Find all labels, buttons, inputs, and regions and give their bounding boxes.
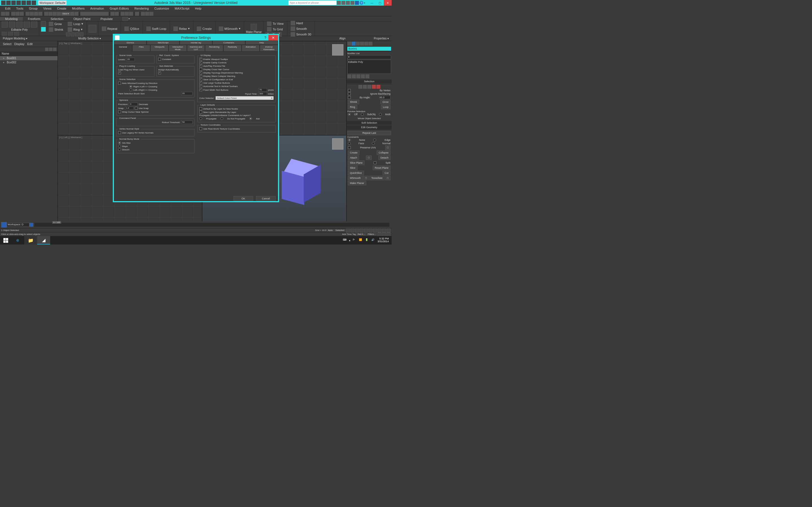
- ignore-backfacing-check[interactable]: [348, 93, 351, 95]
- dialog-close-button[interactable]: ✕: [268, 35, 278, 41]
- preview-off-radio[interactable]: [348, 113, 351, 116]
- make-planar-icon[interactable]: [251, 24, 257, 30]
- smooth30-button[interactable]: Smooth 30: [289, 32, 313, 37]
- zoom-icon[interactable]: [373, 228, 377, 232]
- assign-auto-check[interactable]: [158, 71, 161, 74]
- to-view-button[interactable]: To View: [265, 21, 285, 26]
- remove-mod-icon[interactable]: [361, 74, 365, 78]
- ribbon-tab-objectpaint[interactable]: Object Paint: [68, 17, 96, 20]
- exchange-icon[interactable]: [355, 1, 359, 5]
- new-icon[interactable]: [6, 1, 11, 5]
- menu-create[interactable]: Create: [54, 7, 69, 10]
- ribbon-dropdown-icon[interactable]: ▾: [129, 17, 130, 20]
- fixed-width-check[interactable]: [199, 89, 202, 91]
- tab-gizmos[interactable]: Gizmos: [114, 41, 147, 45]
- tooltips-check[interactable]: [199, 58, 202, 61]
- make-unique-icon[interactable]: [356, 74, 360, 78]
- menu-customize[interactable]: Customize: [152, 7, 172, 10]
- tray-flag-icon[interactable]: 🏳: [353, 238, 357, 242]
- key-mode-icon[interactable]: [346, 228, 350, 232]
- move-icon[interactable]: [44, 12, 48, 16]
- lp-tab-display[interactable]: Display: [14, 42, 24, 46]
- tray-keyboard-icon[interactable]: ⌨: [343, 238, 347, 242]
- list-item[interactable]: Box001: [0, 56, 57, 60]
- goto-start-icon[interactable]: [350, 228, 354, 232]
- relax-button[interactable]: Relax ▾: [172, 26, 192, 32]
- dialog-titlebar[interactable]: Preference Settings ? ✕: [114, 35, 278, 41]
- tab-rendering[interactable]: Rendering: [205, 45, 223, 52]
- reference-coord-combo[interactable]: View ▾: [61, 12, 70, 16]
- lp-tab-edit[interactable]: Edit: [28, 42, 33, 46]
- timeline-toggle-icon[interactable]: [1, 222, 7, 228]
- zoom-extents-icon[interactable]: [382, 228, 386, 232]
- repeat-last-button[interactable]: Repeat Last: [347, 131, 391, 135]
- rollout-soft-selection[interactable]: Soft Selection: [347, 121, 392, 125]
- ribbon-toggle-icon[interactable]: [122, 17, 128, 21]
- auto-window-check[interactable]: [118, 82, 121, 84]
- menu-rendering[interactable]: Rendering: [132, 7, 152, 10]
- select-mode-icon[interactable]: [41, 27, 46, 32]
- named-selection-combo[interactable]: [80, 12, 109, 16]
- pan-icon[interactable]: [377, 232, 382, 236]
- prev-frame-icon[interactable]: [355, 228, 359, 232]
- loop-button[interactable]: Loop: [381, 105, 391, 109]
- infocenter-icon[interactable]: [337, 1, 341, 5]
- tab-files[interactable]: Files: [132, 45, 151, 52]
- undo-levels-spinner[interactable]: 20: [126, 58, 135, 61]
- curve-editor-icon[interactable]: [125, 12, 129, 16]
- tab-radiosity[interactable]: Radiosity: [223, 45, 242, 52]
- window-crossing-icon[interactable]: [38, 12, 42, 16]
- menu-group[interactable]: Group: [26, 7, 41, 10]
- menu-animation[interactable]: Animation: [87, 7, 107, 10]
- cut-button[interactable]: Cut: [383, 171, 391, 175]
- orbit-icon[interactable]: [382, 232, 386, 236]
- time-slider[interactable]: 0 / 100: [35, 223, 389, 227]
- subobj-element-icon[interactable]: [31, 21, 37, 27]
- shrink-button[interactable]: Shrink: [348, 100, 359, 104]
- slice-plane-button[interactable]: Slice Plane: [348, 161, 364, 165]
- viewcube-icon[interactable]: [332, 44, 343, 55]
- unlink-icon[interactable]: [15, 12, 19, 16]
- ribbon-tab-populate[interactable]: Populate: [95, 17, 117, 20]
- left-right-radio[interactable]: [130, 89, 132, 91]
- msmooth-settings[interactable]: □: [363, 176, 368, 180]
- stack-warn-check[interactable]: [199, 75, 202, 77]
- menu-help[interactable]: Help: [192, 7, 204, 10]
- subtab-polygon-modeling[interactable]: Polygon Modeling ▾: [3, 37, 28, 40]
- tray-battery-icon[interactable]: 🔋: [365, 238, 369, 242]
- redo-tool-icon[interactable]: [5, 12, 9, 16]
- menu-views[interactable]: Views: [40, 7, 54, 10]
- tessellate-button[interactable]: Tessellate: [369, 176, 385, 180]
- cp-create-icon[interactable]: [347, 42, 351, 46]
- autoplay-check[interactable]: [199, 64, 202, 67]
- reset-plane-button[interactable]: Reset Plane: [373, 166, 391, 170]
- crosshair-check[interactable]: [199, 68, 202, 71]
- menu-edit[interactable]: Edit: [2, 7, 13, 10]
- select-region-icon[interactable]: [34, 12, 38, 16]
- tab-general[interactable]: General: [114, 45, 132, 52]
- sel-edge-icon[interactable]: [363, 85, 367, 89]
- attach-list-button[interactable]: □: [366, 156, 371, 160]
- lp-tab-select[interactable]: Select: [3, 42, 11, 46]
- undo-icon[interactable]: [21, 1, 26, 5]
- comm-icon[interactable]: [346, 1, 350, 5]
- brush-size-spinner[interactable]: 20: [181, 92, 193, 95]
- auto-key-button[interactable]: Auto: [327, 229, 334, 231]
- tab-mentalray[interactable]: mental ray: [180, 41, 212, 45]
- tab-viewports[interactable]: Viewports: [150, 45, 168, 52]
- nbm-3dsmax-radio[interactable]: [118, 142, 121, 144]
- flyout-spinner[interactable]: 300: [259, 92, 267, 96]
- by-vertex-check[interactable]: [348, 89, 351, 92]
- play-icon[interactable]: [359, 228, 363, 232]
- preserve-uvs-settings[interactable]: □: [385, 145, 391, 150]
- slice-button[interactable]: Slice: [348, 166, 357, 170]
- sel-vertex-icon[interactable]: [358, 85, 362, 89]
- attach-button[interactable]: Attach: [348, 156, 359, 160]
- horiz-text-check[interactable]: [199, 85, 202, 88]
- do-not-propagate-radio[interactable]: [220, 117, 223, 120]
- loop-next-icon[interactable]: [70, 33, 74, 36]
- ring-prev-icon[interactable]: [75, 33, 79, 36]
- key-filters-button[interactable]: Filters...: [367, 233, 377, 235]
- modifier-list-combo[interactable]: ▾: [347, 55, 391, 59]
- menu-grapheditors[interactable]: Graph Editors: [107, 7, 132, 10]
